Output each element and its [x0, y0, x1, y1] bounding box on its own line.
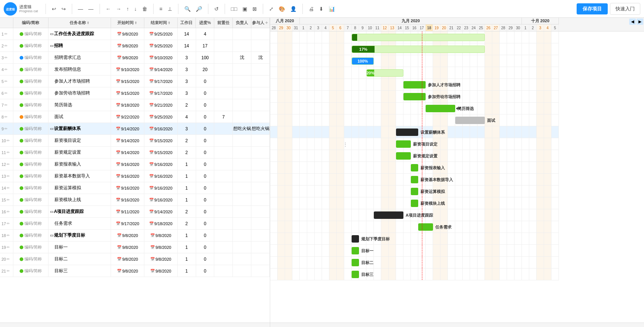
td-end-date[interactable]: 📅9/25/2020	[144, 28, 178, 40]
resize-handle[interactable]: ⋮	[343, 141, 348, 147]
edit-icon[interactable]: ✏	[7, 221, 10, 226]
table-row[interactable]: 20✏ 编码/简称目标二📅9/8/2020📅9/8/202010	[0, 253, 270, 265]
view-button-3[interactable]: ⊠	[250, 4, 259, 13]
quickstart-button[interactable]: 快速入门	[610, 3, 640, 15]
table-row[interactable]: 13✏ 编码/简称薪资基本数据导入📅9/16/2020📅9/16/202010	[0, 170, 270, 182]
table-row[interactable]: 16✏ 编码/简称▭A项目进度跟踪📅9/11/2020📅9/14/202020	[0, 206, 270, 218]
td-start-date[interactable]: 📅9/18/2020	[111, 99, 144, 111]
td-start-date[interactable]: 📅9/14/2020	[111, 147, 144, 158]
table-row[interactable]: 2✏ 编码/简称▭招聘📅9/8/2020📅9/25/20201417	[0, 40, 270, 52]
user-button[interactable]: 👤	[288, 4, 299, 13]
td-start-date[interactable]: 📅9/11/2020	[111, 206, 144, 217]
expand-icon[interactable]: ▭	[50, 32, 53, 36]
td-end-date[interactable]: 📅9/8/2020	[144, 265, 178, 277]
move-down-button[interactable]: ↓	[132, 4, 139, 13]
edit-icon[interactable]: ✏	[4, 103, 7, 107]
td-end-date[interactable]: 📅9/15/2020	[144, 147, 178, 158]
expand-icon[interactable]: ▭	[50, 233, 53, 237]
td-end-date[interactable]: 📅9/14/2020	[144, 206, 178, 217]
line-button-2[interactable]: —	[86, 4, 96, 13]
move-left-button[interactable]: ←	[104, 4, 113, 13]
table-row[interactable]: 11✏ 编码/简称薪资规定设置📅9/14/2020📅9/15/202020	[0, 147, 270, 159]
undo-button[interactable]: ↩	[50, 4, 58, 13]
edit-icon[interactable]: ✏	[4, 44, 7, 48]
td-start-date[interactable]: 📅9/8/2020	[111, 241, 144, 253]
td-end-date[interactable]: 📅9/21/2020	[144, 99, 178, 111]
td-end-date[interactable]: 📅9/17/2020	[144, 87, 178, 99]
table-row[interactable]: 3✏ 编码/简称招聘需求汇总📅9/8/2020📅9/10/20203100沈沈	[0, 52, 270, 64]
td-start-date[interactable]: 📅9/8/2020	[111, 230, 144, 241]
color-button[interactable]: 🎨	[276, 4, 287, 13]
table-row[interactable]: 17✏ 编码/简称任务需求📅9/17/2020📅9/18/202020	[0, 218, 270, 230]
move-up-button[interactable]: ↑	[124, 4, 131, 13]
view-button-2[interactable]: ▣	[240, 4, 249, 13]
td-end-date[interactable]: 📅9/16/2020	[144, 194, 178, 206]
td-end-date[interactable]: 📅9/14/2020	[144, 64, 178, 75]
edit-icon[interactable]: ✏	[7, 257, 10, 261]
fullscreen-button[interactable]: ⤢	[267, 4, 276, 13]
edit-icon[interactable]: ✏	[4, 91, 7, 95]
excel-button[interactable]: 📊	[326, 4, 337, 13]
view-button-1[interactable]: □□	[229, 4, 239, 13]
edit-icon[interactable]: ✏	[7, 186, 10, 190]
td-start-date[interactable]: 📅9/14/2020	[111, 135, 144, 146]
print-button[interactable]: 🖨	[306, 4, 316, 13]
td-start-date[interactable]: 📅9/14/2020	[111, 123, 144, 134]
td-end-date[interactable]: 📅9/16/2020	[144, 159, 178, 170]
edit-icon[interactable]: ✏	[7, 174, 10, 178]
table-row[interactable]: 9✏ 编码/简称▭设置薪酬体系📅9/14/2020📅9/16/202030想吃火…	[0, 123, 270, 135]
td-start-date[interactable]: 📅9/16/2020	[111, 159, 144, 170]
td-end-date[interactable]: 📅9/10/2020	[144, 52, 178, 63]
download-button[interactable]: ⬇	[317, 4, 326, 13]
td-start-date[interactable]: 📅9/22/2020	[111, 111, 144, 123]
td-end-date[interactable]: 📅9/8/2020	[144, 241, 178, 253]
align-button-1[interactable]: ≡	[157, 4, 165, 13]
td-start-date[interactable]: 📅9/8/2020	[111, 28, 144, 40]
table-horizontal-scroll[interactable]	[0, 323, 270, 327]
td-start-date[interactable]: 📅9/16/2020	[111, 194, 144, 206]
td-start-date[interactable]: 📅9/15/2020	[111, 76, 144, 87]
table-row[interactable]: 5✏ 编码/简称参加人才市场招聘📅9/15/2020📅9/17/202030	[0, 76, 270, 87]
table-row[interactable]: 10✏ 编码/简称薪资项目设定📅9/14/2020📅9/15/202020	[0, 135, 270, 147]
td-end-date[interactable]: 📅9/15/2020	[144, 135, 178, 146]
td-end-date[interactable]: 📅9/16/2020	[144, 170, 178, 182]
gantt-horizontal-scroll[interactable]	[270, 323, 644, 327]
align-button-2[interactable]: ⊥	[165, 4, 174, 13]
zoom-in-button[interactable]: 🔍	[182, 4, 193, 13]
line-button-1[interactable]: —	[76, 4, 85, 13]
table-row[interactable]: 4✏ 编码/简称发布招聘信息📅9/10/2020📅9/14/2020320	[0, 64, 270, 76]
table-row[interactable]: 14✏ 编码/简称薪资运算模拟📅9/16/2020📅9/16/202010	[0, 182, 270, 194]
table-row[interactable]: 19✏ 编码/简称目标一📅9/8/2020📅9/8/202010	[0, 241, 270, 253]
table-row[interactable]: 7✏ 编码/简称简历筛选📅9/18/2020📅9/21/202020	[0, 99, 270, 111]
edit-icon[interactable]: ✏	[7, 162, 10, 166]
td-end-date[interactable]: 📅9/16/2020	[144, 123, 178, 134]
edit-icon[interactable]: ✏	[7, 150, 10, 154]
save-project-button[interactable]: 保存项目	[577, 3, 608, 14]
td-start-date[interactable]: 📅9/10/2020	[111, 64, 144, 75]
delete-button[interactable]: 🗑	[140, 4, 150, 13]
edit-icon[interactable]: ✏	[4, 67, 7, 71]
move-right-button[interactable]: →	[114, 4, 124, 13]
edit-icon[interactable]: ✏	[4, 127, 7, 131]
table-row[interactable]: 15✏ 编码/简称薪资模块上线📅9/16/2020📅9/16/202010	[0, 194, 270, 206]
table-row[interactable]: 12✏ 编码/简称薪资报表输入📅9/16/2020📅9/16/202010	[0, 159, 270, 170]
edit-icon[interactable]: ✏	[4, 32, 7, 36]
td-start-date[interactable]: 📅9/8/2020	[111, 253, 144, 265]
refresh-button[interactable]: ↺	[212, 4, 221, 13]
edit-icon[interactable]: ✏	[7, 245, 10, 249]
edit-icon[interactable]: ✏	[7, 198, 10, 202]
edit-icon[interactable]: ✏	[4, 79, 7, 83]
zoom-out-button[interactable]: 🔎	[194, 4, 204, 13]
edit-icon[interactable]: ✏	[7, 139, 10, 143]
td-start-date[interactable]: 📅9/8/2020	[111, 265, 144, 277]
td-end-date[interactable]: 📅9/18/2020	[144, 218, 178, 229]
td-start-date[interactable]: 📅9/15/2020	[111, 87, 144, 99]
td-start-date[interactable]: 📅9/17/2020	[111, 218, 144, 229]
td-start-date[interactable]: 📅9/16/2020	[111, 170, 144, 182]
redo-button[interactable]: ↪	[59, 4, 68, 13]
td-end-date[interactable]: 📅9/16/2020	[144, 182, 178, 194]
td-end-date[interactable]: 📅9/25/2020	[144, 111, 178, 123]
edit-icon[interactable]: ✏	[7, 269, 10, 273]
gantt-next-button[interactable]: ▶	[637, 19, 643, 25]
td-start-date[interactable]: 📅9/8/2020	[111, 52, 144, 63]
